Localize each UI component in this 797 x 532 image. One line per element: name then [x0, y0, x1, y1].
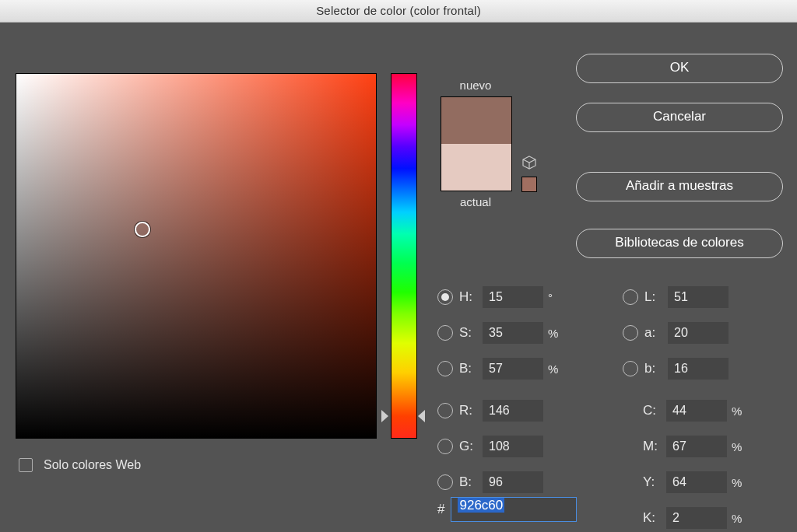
lab-a-radio[interactable] [623, 325, 638, 341]
r-label: R: [459, 403, 483, 418]
L-label: L: [644, 289, 668, 305]
k-label: K: [643, 510, 666, 526]
current-color-label: actual [441, 195, 511, 208]
a-label: a: [644, 325, 668, 341]
web-safe-only-checkbox[interactable]: Solo colores Web [19, 458, 141, 472]
g-label: G: [459, 439, 483, 454]
blue-label: B: [459, 474, 483, 490]
g-input[interactable] [483, 436, 543, 457]
red-radio[interactable] [437, 403, 453, 418]
b-label: B: [459, 361, 483, 376]
lab-b-input[interactable] [668, 358, 729, 380]
saturation-radio[interactable] [437, 325, 453, 341]
s-unit: % [548, 327, 565, 340]
brightness-radio[interactable] [437, 361, 453, 376]
hue-handle-right-icon[interactable] [418, 410, 425, 422]
current-color-swatch[interactable] [441, 144, 511, 191]
blue-input[interactable] [483, 471, 543, 493]
blue-radio[interactable] [437, 474, 453, 490]
s-label: S: [459, 325, 483, 341]
b-input[interactable] [483, 358, 543, 380]
new-color-label: nuevo [441, 79, 511, 92]
b-unit: % [548, 362, 565, 376]
lab-b-radio[interactable] [623, 361, 638, 376]
m-label: M: [643, 439, 666, 454]
y-label: Y: [643, 474, 666, 490]
lab-b-label: b: [644, 361, 668, 376]
y-unit: % [732, 476, 749, 489]
web-safe-only-label: Solo colores Web [44, 458, 141, 472]
c-label: C: [643, 403, 666, 418]
hue-radio[interactable] [437, 289, 453, 305]
hue-slider[interactable] [391, 73, 417, 439]
h-label: H: [459, 289, 483, 305]
window-title: Selector de color (color frontal) [0, 0, 797, 23]
hex-hash-label: # [437, 502, 444, 517]
checkbox-box-icon[interactable] [19, 458, 33, 472]
h-input[interactable] [483, 286, 543, 308]
gamut-warning-cube-icon[interactable] [521, 155, 537, 170]
cancel-button[interactable]: Cancelar [576, 103, 783, 132]
new-color-swatch [441, 97, 511, 144]
k-unit: % [732, 512, 749, 525]
color-swatches [441, 96, 512, 191]
L-input[interactable] [668, 286, 729, 308]
h-unit: ° [548, 291, 565, 304]
y-input[interactable] [666, 471, 727, 493]
c-input[interactable] [666, 400, 727, 422]
color-libraries-button[interactable]: Bibliotecas de colores [576, 229, 783, 258]
r-input[interactable] [483, 400, 543, 422]
c-unit: % [732, 404, 749, 418]
add-to-swatches-button[interactable]: Añadir a muestras [576, 172, 783, 201]
sv-cursor[interactable] [135, 222, 150, 237]
saturation-value-field[interactable] [16, 73, 377, 439]
hue-handle-left-icon[interactable] [381, 410, 388, 422]
lightness-radio[interactable] [623, 289, 638, 305]
s-input[interactable] [483, 322, 543, 344]
k-input[interactable] [666, 507, 727, 529]
not-web-safe-swatch-icon[interactable] [521, 177, 537, 192]
ok-button[interactable]: OK [576, 54, 783, 83]
a-input[interactable] [668, 322, 729, 344]
m-input[interactable] [666, 436, 727, 457]
hex-input[interactable]: 926c60 [451, 497, 577, 522]
green-radio[interactable] [437, 439, 453, 454]
m-unit: % [732, 440, 749, 453]
